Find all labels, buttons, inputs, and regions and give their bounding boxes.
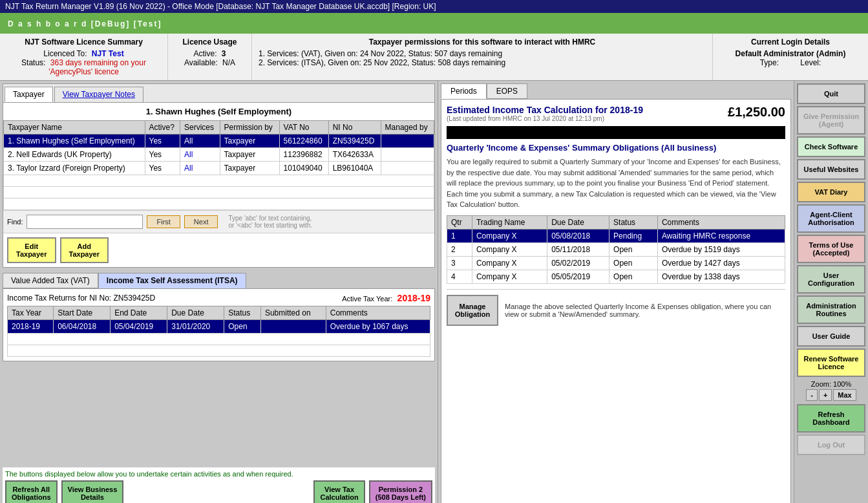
active-val: 3 <box>222 49 226 58</box>
first-button[interactable]: First <box>147 215 180 228</box>
add-taxpayer-button[interactable]: AddTaxpayer <box>60 237 109 263</box>
zoom-controls: - + Max <box>797 389 865 401</box>
col-end-date: End Date <box>111 306 167 320</box>
licenced-to-label: Licenced To: <box>43 49 87 58</box>
col-tax-year: Tax Year <box>8 306 54 320</box>
col-active: Active? <box>145 121 180 134</box>
obligation-row[interactable]: 1 Company X 05/08/2018 Pending Awaiting … <box>447 229 785 242</box>
main-header: D a s h b o a r d [DeBug] [Test] <box>0 13 868 34</box>
taxpayer-table: Taxpayer Name Active? Services Permissio… <box>3 120 434 210</box>
obligation-row[interactable]: 2 Company X 05/11/2018 Open Overdue by 1… <box>447 242 785 256</box>
licence-title-2: Licence Usage <box>175 37 245 47</box>
next-button[interactable]: Next <box>184 215 218 228</box>
vat-diary-button[interactable]: VAT Diary <box>797 182 865 202</box>
hmrc-perm-2: 2. Services: (ITSA), Given on: 25 Nov 20… <box>259 58 706 67</box>
itsa-row[interactable]: 2018-19 06/04/2018 05/04/2019 31/01/2020… <box>8 320 430 334</box>
licence-section-3: Taxpayer permissions for this software t… <box>252 34 713 80</box>
renew-licence-button[interactable]: Renew SoftwareLicence <box>797 348 865 377</box>
licence-bar: NJT Software Licence Summary Licenced To… <box>0 34 868 81</box>
licence-title-4: Current Login Details <box>719 37 862 47</box>
login-user: Default Administrator (Admin) <box>719 49 862 58</box>
quarterly-title: Quarterly 'Income & Expenses' Summary Ob… <box>447 143 785 153</box>
taxpayer-title: 1. Shawn Hughes (Self Employment) <box>3 103 434 120</box>
user-guide-button[interactable]: User Guide <box>797 326 865 347</box>
status-val: 363 days remaining on your 'AgencyPlus' … <box>48 58 146 76</box>
terms-of-use-button[interactable]: Terms of Use(Accepted) <box>797 235 865 263</box>
zoom-section: Zoom: 100% - + Max <box>797 380 865 401</box>
obligation-row[interactable]: 3 Company X 05/02/2019 Open Overdue by 1… <box>447 256 785 270</box>
col-qtr: Qtr <box>447 215 472 229</box>
refresh-dashboard-button[interactable]: RefreshDashboard <box>797 404 865 433</box>
hmrc-perm-1: 1. Services: (VAT), Given on: 24 Nov 202… <box>259 49 706 58</box>
find-input[interactable] <box>26 215 143 229</box>
licence-title-3: Taxpayer permissions for this software t… <box>259 37 706 47</box>
table-row-empty <box>4 187 434 198</box>
check-software-button[interactable]: Check Software <box>797 136 865 157</box>
col-managed: Managed by <box>381 121 434 134</box>
col-comments: Comments <box>657 215 785 229</box>
tab-periods[interactable]: Periods <box>441 83 487 99</box>
manage-section: ManageObligation Manage the above select… <box>447 289 785 326</box>
table-row[interactable]: 1. Shawn Hughes (Self Employment) Yes Al… <box>4 134 434 148</box>
quit-button[interactable]: Quit <box>797 83 865 104</box>
give-permission-button[interactable]: Give Permission(Agent) <box>797 106 865 134</box>
available-label: Available: <box>184 58 218 67</box>
licence-line1: Licenced To: NJT Test <box>6 49 161 58</box>
tab-taxpayer[interactable]: Taxpayer <box>5 87 53 102</box>
table-row[interactable]: 3. Taylor Izzard (Foreign Property) Yes … <box>4 162 434 175</box>
taxpayer-tab-bar: Taxpayer View Taxpayer Notes <box>3 84 434 103</box>
itsa-title: Income Tax Returns for NI No: ZN539425D <box>7 294 155 303</box>
type-label: Type: <box>760 58 779 67</box>
col-permission: Permission by <box>220 121 279 134</box>
calc-title: Estimated Income Tax Calculation for 201… <box>447 105 643 115</box>
quarterly-text: You are legally required to submit a Qua… <box>447 156 785 210</box>
find-label: Find: <box>7 218 23 226</box>
view-business-details-button[interactable]: View BusinessDetails <box>61 480 124 503</box>
zoom-max-button[interactable]: Max <box>833 389 856 401</box>
user-configuration-button[interactable]: UserConfiguration <box>797 265 865 294</box>
tab-eops[interactable]: EOPS <box>487 83 527 99</box>
bottom-message: The buttons displayed below allow you to… <box>5 470 432 478</box>
tab-vat[interactable]: Value Added Tax (VAT) <box>3 273 98 288</box>
tab-itsa[interactable]: Income Tax Self Assessment (ITSA) <box>98 273 246 288</box>
agent-client-button[interactable]: Agent-ClientAuthorisation <box>797 204 865 233</box>
licence-section-2: Licence Usage Active: 3 Available: N/A <box>168 34 252 80</box>
dashboard-title: D a s h b o a r d [DeBug] [Test] <box>8 19 162 28</box>
available-val: N/A <box>222 58 235 67</box>
col-name: Taxpayer Name <box>4 121 145 134</box>
manage-obligation-button[interactable]: ManageObligation <box>447 295 498 326</box>
right-sidebar: Quit Give Permission(Agent) Check Softwa… <box>794 81 868 503</box>
vat-itsa-tab-bar: Value Added Tax (VAT) Income Tax Self As… <box>3 273 435 288</box>
admin-routines-button[interactable]: Administration Routines <box>797 295 865 324</box>
center-panel: Periods EOPS Estimated Income Tax Calcul… <box>438 81 794 503</box>
calc-subtitle: (Last updated from HMRC on 13 Jul 2020 a… <box>447 115 643 122</box>
table-row[interactable]: 2. Nell Edwards (UK Property) Yes All Ta… <box>4 148 434 162</box>
title-bar: NJT Tax Return Manager V1.89 (16 Nov 202… <box>0 0 868 13</box>
login-details: Type: Level: <box>719 58 862 67</box>
log-out-button[interactable]: Log Out <box>797 434 865 455</box>
level-label: Level: <box>800 58 821 67</box>
licence-title-1: NJT Software Licence Summary <box>6 37 161 47</box>
table-row-empty <box>4 175 434 187</box>
periods-content: Estimated Income Tax Calculation for 201… <box>441 99 791 503</box>
edit-taxpayer-button[interactable]: EditTaxpayer <box>7 237 56 263</box>
title-text: NJT Tax Return Manager V1.89 (16 Nov 202… <box>5 2 436 11</box>
obligation-row[interactable]: 4 Company X 05/05/2019 Open Overdue by 1… <box>447 270 785 283</box>
view-tax-calculation-button[interactable]: View TaxCalculation <box>313 480 365 503</box>
table-row-empty <box>4 198 434 210</box>
itsa-row-empty <box>8 345 430 357</box>
manage-text: Manage the above selected Quarterly Inco… <box>505 303 785 318</box>
tab-view-notes[interactable]: View Taxpayer Notes <box>54 87 143 102</box>
permission-2-button[interactable]: Permission 2(508 Days Left) <box>369 480 432 503</box>
bottom-section: The buttons displayed below allow you to… <box>3 467 435 503</box>
useful-websites-button[interactable]: Useful Websites <box>797 159 865 180</box>
zoom-label: Zoom: 100% <box>797 380 865 388</box>
bottom-buttons: Refresh AllObligations View BusinessDeta… <box>5 480 432 503</box>
zoom-plus-button[interactable]: + <box>819 389 832 401</box>
itsa-table: Tax Year Start Date End Date Due Date St… <box>7 306 430 357</box>
refresh-all-obligations-button[interactable]: Refresh AllObligations <box>5 480 58 503</box>
licence-line2: Status: 363 days remaining on your 'Agen… <box>6 58 161 76</box>
zoom-minus-button[interactable]: - <box>806 389 818 401</box>
col-trading: Trading Name <box>472 215 547 229</box>
find-hint: Type 'abc' for text containing,or '<abc'… <box>228 215 312 229</box>
